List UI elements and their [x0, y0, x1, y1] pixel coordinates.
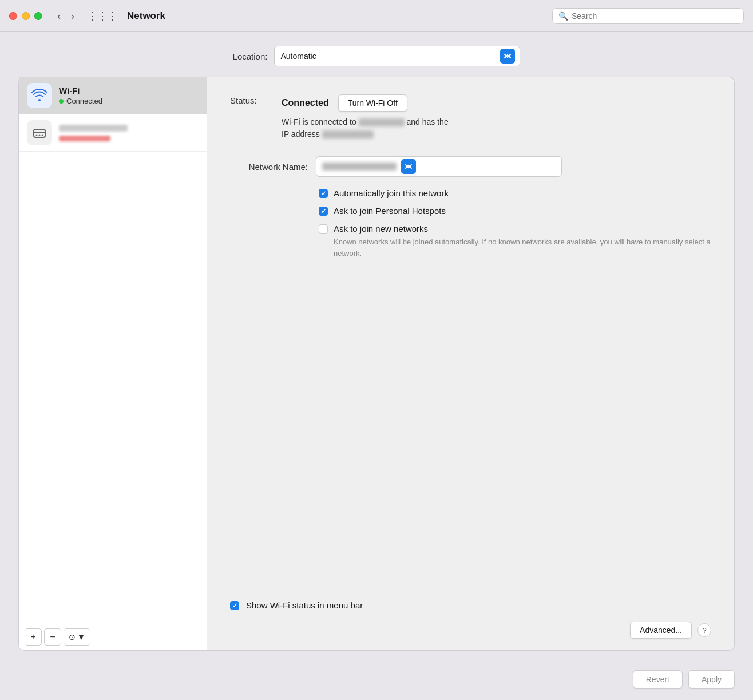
search-bar: 🔍 — [552, 8, 744, 24]
action-icon: ⊙ — [69, 632, 76, 642]
status-desc-mid: and has the — [407, 117, 449, 126]
panel-bottom: Show Wi-Fi status in menu bar Advanced..… — [230, 600, 711, 639]
status-section: Status: Connected Turn Wi-Fi Off Wi-Fi i… — [230, 94, 711, 140]
grid-icon: ⋮⋮⋮ — [87, 10, 118, 22]
minimize-button[interactable] — [22, 12, 30, 20]
search-input[interactable] — [572, 11, 738, 21]
wifi-icon-container — [27, 83, 52, 108]
network-name-value-blurred — [322, 163, 397, 171]
show-status-label: Show Wi-Fi status in menu bar — [246, 600, 363, 610]
vpn-icon-container — [27, 120, 52, 145]
network-name-label: Network Name: — [230, 162, 316, 172]
close-button[interactable] — [9, 12, 17, 20]
network-name-select[interactable] — [316, 156, 562, 177]
checkboxes-section: Automatically join this network Ask to j… — [319, 188, 711, 259]
status-description: Wi-Fi is connected to and has the IP add… — [282, 116, 711, 140]
turn-wifi-button[interactable]: Turn Wi-Fi Off — [338, 94, 407, 112]
personal-hotspot-checkbox[interactable] — [319, 207, 328, 216]
personal-hotspot-label: Ask to join Personal Hotspots — [334, 206, 446, 216]
footer: Revert Apply — [0, 662, 753, 700]
bottom-actions: Advanced... ? — [230, 622, 711, 639]
apply-button[interactable]: Apply — [688, 670, 735, 689]
location-value: Automatic — [280, 52, 496, 61]
status-label: Status: — [230, 94, 282, 105]
vpn-status-blurred — [59, 136, 110, 141]
show-status-checkbox[interactable] — [230, 601, 239, 610]
location-chevron[interactable] — [500, 49, 515, 64]
add-network-button[interactable]: + — [25, 628, 42, 646]
vpn-name-blurred — [59, 125, 128, 132]
sidebar-wifi-status-text: Connected — [66, 97, 102, 105]
new-networks-label: Ask to join new networks — [334, 224, 428, 234]
location-select[interactable]: Automatic — [274, 46, 520, 66]
forward-button[interactable]: › — [68, 10, 78, 22]
sidebar-toolbar: + − ⊙ ▼ — [19, 623, 207, 650]
revert-button[interactable]: Revert — [633, 670, 683, 689]
sidebar-item-vpn[interactable] — [19, 114, 207, 152]
window-title: Network — [127, 10, 545, 22]
status-value: Connected — [282, 98, 329, 108]
svg-point-3 — [42, 135, 43, 136]
new-networks-info: Ask to join new networks Known networks … — [334, 224, 711, 259]
status-row: Connected Turn Wi-Fi Off — [282, 94, 711, 112]
sidebar-list: Wi-Fi Connected — [19, 77, 207, 623]
sidebar-wifi-status: Connected — [59, 97, 102, 105]
main-panel: Status: Connected Turn Wi-Fi Off Wi-Fi i… — [207, 77, 735, 651]
traffic-lights — [9, 12, 42, 20]
advanced-button[interactable]: Advanced... — [630, 622, 692, 639]
search-icon: 🔍 — [558, 11, 568, 21]
action-network-button[interactable]: ⊙ ▼ — [64, 628, 90, 646]
status-dot-green — [59, 99, 64, 104]
status-info: Connected Turn Wi-Fi Off Wi-Fi is connec… — [282, 94, 711, 140]
main-content: Location: Automatic — [0, 32, 753, 662]
help-button[interactable]: ? — [697, 623, 711, 637]
back-button[interactable]: ‹ — [54, 10, 64, 22]
network-name-row: Network Name: — [230, 156, 711, 177]
body-area: Wi-Fi Connected — [18, 77, 735, 651]
checkbox-auto-join-row: Automatically join this network — [319, 188, 711, 198]
sidebar-vpn-info — [59, 125, 128, 141]
sidebar-wifi-name: Wi-Fi — [59, 86, 102, 96]
location-row: Location: Automatic — [18, 46, 735, 66]
auto-join-label: Automatically join this network — [334, 188, 449, 198]
checkbox-new-networks-row: Ask to join new networks Known networks … — [319, 224, 711, 259]
maximize-button[interactable] — [34, 12, 42, 20]
status-desc-prefix: Wi-Fi is connected to — [282, 117, 356, 126]
show-status-row: Show Wi-Fi status in menu bar — [230, 600, 711, 610]
new-networks-hint: Known networks will be joined automatica… — [334, 236, 711, 259]
svg-rect-0 — [34, 129, 45, 137]
nav-buttons: ‹ › — [54, 10, 78, 22]
status-desc-suffix: IP address — [282, 129, 320, 139]
panel-content: Status: Connected Turn Wi-Fi Off Wi-Fi i… — [230, 94, 711, 600]
ip-address-blurred — [322, 130, 374, 139]
checkbox-personal-hotspot-row: Ask to join Personal Hotspots — [319, 206, 711, 216]
new-networks-checkbox[interactable] — [319, 224, 328, 234]
network-name-blurred — [359, 118, 405, 126]
action-chevron: ▼ — [77, 632, 85, 642]
sidebar: Wi-Fi Connected — [18, 77, 207, 651]
titlebar: ‹ › ⋮⋮⋮ Network 🔍 — [0, 0, 753, 32]
advanced-row: Advanced... ? — [630, 622, 711, 639]
network-name-chevron[interactable] — [401, 159, 416, 174]
location-label: Location: — [233, 52, 268, 61]
svg-point-1 — [36, 135, 38, 136]
auto-join-checkbox[interactable] — [319, 189, 328, 198]
svg-point-2 — [39, 135, 41, 136]
sidebar-item-wifi[interactable]: Wi-Fi Connected — [19, 77, 207, 114]
sidebar-wifi-info: Wi-Fi Connected — [59, 86, 102, 105]
remove-network-button[interactable]: − — [44, 628, 61, 646]
